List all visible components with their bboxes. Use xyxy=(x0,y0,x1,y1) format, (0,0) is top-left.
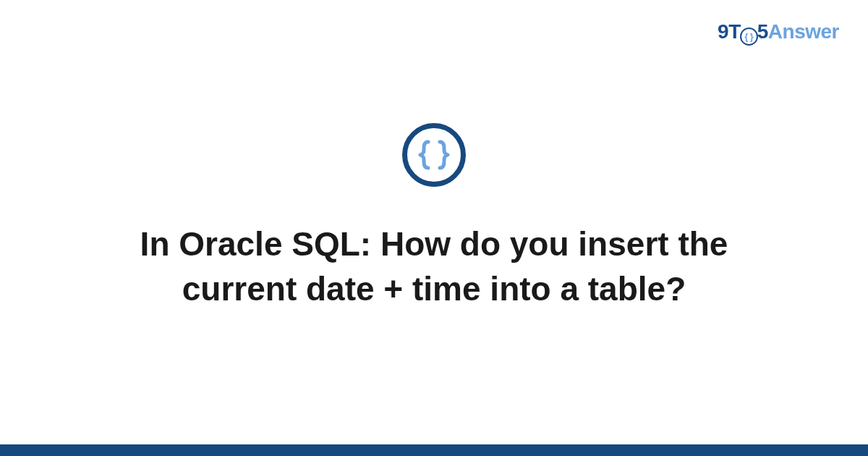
question-title: In Oracle SQL: How do you insert the cur… xyxy=(80,221,788,311)
content-center: In Oracle SQL: How do you insert the cur… xyxy=(0,0,868,456)
code-braces-icon xyxy=(402,123,466,187)
footer-accent-bar xyxy=(0,444,868,456)
braces-svg xyxy=(415,136,453,174)
